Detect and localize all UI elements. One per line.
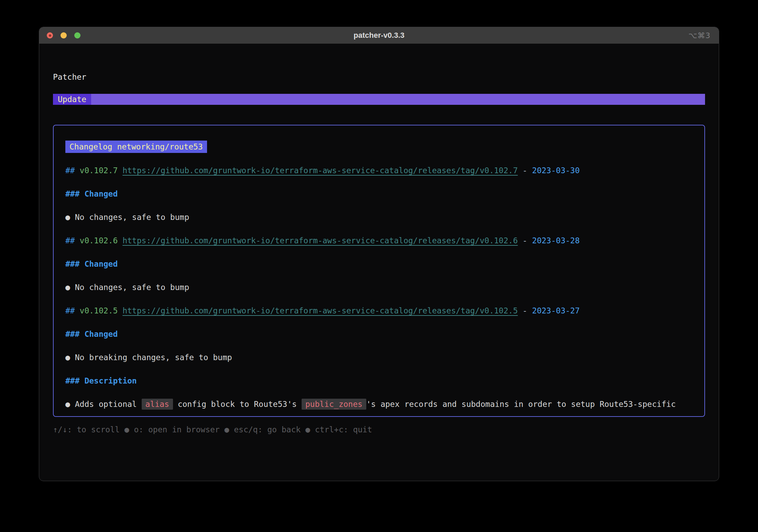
bullet-icon: ● [65,283,75,292]
release-link[interactable]: https://github.com/gruntwork-io/terrafor… [122,306,518,315]
release-link[interactable]: https://github.com/gruntwork-io/terrafor… [122,236,518,245]
bullet-icon: ● [65,400,75,409]
bullet-item: ● No breaking changes, safe to bump [65,352,697,363]
bullet-text: No changes, safe to bump [75,283,189,292]
release-date: 2023-03-28 [532,236,580,245]
dash-separator: - [518,306,532,315]
changelog-viewport[interactable]: Changelog networking/route53 ## v0.102.7… [53,125,705,417]
bullet-text: No breaking changes, safe to bump [75,353,232,362]
release-link[interactable]: https://github.com/gruntwork-io/terrafor… [122,166,518,175]
bullet-text: 's apex records and subdomains in order … [366,400,676,409]
desktop: patcher-v0.3.3 ⌥⌘3 Patcher Update Change… [0,0,758,532]
changelog-header-row: Changelog networking/route53 [65,141,697,153]
bullet-separator-icon: ● [120,425,134,434]
help-item: o: open in browser [134,425,219,434]
heading-marker: ## [65,236,80,245]
help-item: esc/q: go back [234,425,301,434]
bullet-separator-icon: ● [301,425,315,434]
changelog-title-badge: Changelog networking/route53 [65,141,207,153]
help-item: ctrl+c: quit [315,425,372,434]
section-heading: ### Changed [65,188,697,200]
release-version: v0.102.5 [80,306,123,315]
changelog-version-line: ## v0.102.7 https://github.com/gruntwork… [65,165,697,176]
section-heading: ### Changed [65,328,697,340]
inline-code: public_zones [302,399,366,410]
help-bar: ↑/↓: to scroll ● o: open in browser ● es… [53,424,705,435]
bullet-item: ● No changes, safe to bump [65,211,697,223]
bullet-icon: ● [65,353,75,362]
changelog-version-line: ## v0.102.5 https://github.com/gruntwork… [65,305,697,317]
inline-code: alias [142,399,173,410]
bullet-separator-icon: ● [220,425,234,434]
window-shortcut-hint: ⌥⌘3 [689,27,711,44]
release-date: 2023-03-30 [532,166,580,175]
section-heading: ### Changed [65,258,697,270]
tab-update[interactable]: Update [53,94,91,105]
bullet-text: No changes, safe to bump [75,213,189,222]
release-version: v0.102.7 [80,166,123,175]
window-titlebar[interactable]: patcher-v0.3.3 ⌥⌘3 [39,27,719,44]
heading-marker: ## [65,166,80,175]
changelog-body: ## v0.102.7 https://github.com/gruntwork… [63,165,697,410]
app-title: Patcher [53,71,705,83]
app-window: patcher-v0.3.3 ⌥⌘3 Patcher Update Change… [39,27,719,481]
changelog-version-line: ## v0.102.6 https://github.com/gruntwork… [65,235,697,246]
bullet-text: config block to Route53's [173,400,302,409]
bullet-icon: ● [65,213,75,222]
dash-separator: - [518,166,532,175]
bullet-item: ● No changes, safe to bump [65,281,697,293]
terminal-content: Patcher Update Changelog networking/rout… [39,71,719,435]
section-heading: ### Description [65,375,697,387]
release-version: v0.102.6 [80,236,123,245]
bullet-text: Adds optional [75,400,142,409]
tab-bar: Update [53,94,705,105]
dash-separator: - [518,236,532,245]
help-item: ↑/↓: to scroll [53,425,120,434]
heading-marker: ## [65,306,80,315]
release-date: 2023-03-27 [532,306,580,315]
bullet-item: ● Adds optional alias config block to Ro… [65,398,697,410]
window-title: patcher-v0.3.3 [39,27,719,44]
